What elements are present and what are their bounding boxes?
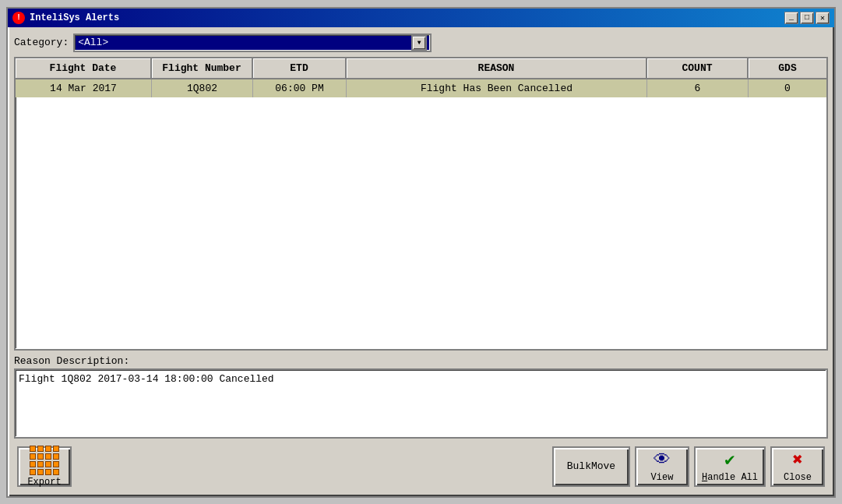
col-flight-date: Flight Date bbox=[16, 58, 152, 78]
col-gds: GDS bbox=[749, 58, 826, 78]
category-value: <All> bbox=[78, 37, 411, 48]
col-flight-number: Flight Number bbox=[152, 58, 253, 78]
view-label: View bbox=[651, 472, 674, 483]
maximize-button[interactable]: □ bbox=[800, 12, 814, 24]
window-title: InteliSys Alerts bbox=[30, 12, 119, 23]
category-label: Category: bbox=[14, 37, 69, 48]
reason-section: Reason Description: Flight 1Q802 2017-03… bbox=[14, 355, 828, 439]
bottom-bar: Export BulkMove 👁 View ✔ Handle All ✖ Cl… bbox=[14, 443, 828, 490]
table-body: 14 Mar 2017 1Q802 06:00 PM Flight Has Be… bbox=[16, 79, 826, 349]
title-bar: ! InteliSys Alerts _ □ ✕ bbox=[8, 9, 834, 27]
close-window-button[interactable]: ✕ bbox=[816, 12, 830, 24]
dropdown-arrow-icon: ▼ bbox=[417, 39, 421, 46]
col-etd: ETD bbox=[253, 58, 347, 78]
handle-all-button[interactable]: ✔ Handle All bbox=[694, 446, 766, 487]
cell-etd: 06:00 PM bbox=[253, 79, 347, 97]
category-dropdown-btn[interactable]: ▼ bbox=[411, 35, 427, 51]
bulk-move-label: BulkMove bbox=[567, 460, 615, 472]
window-body: Category: <All> ▼ Flight Date Flight Num… bbox=[8, 27, 834, 496]
cell-flight-date: 14 Mar 2017 bbox=[16, 79, 152, 97]
close-button[interactable]: ✖ Close bbox=[770, 446, 825, 487]
col-count: COUNT bbox=[647, 58, 749, 78]
title-bar-controls: _ □ ✕ bbox=[784, 12, 830, 24]
reason-text: Flight 1Q802 2017-03-14 18:00:00 Cancell… bbox=[19, 373, 274, 385]
cell-flight-number: 1Q802 bbox=[152, 79, 253, 97]
cell-gds: 0 bbox=[749, 79, 826, 97]
category-select[interactable]: <All> ▼ bbox=[73, 33, 432, 52]
handle-all-underline: H bbox=[702, 472, 707, 483]
data-table: Flight Date Flight Number ETD REASON COU… bbox=[14, 57, 828, 351]
minimize-button[interactable]: _ bbox=[784, 12, 798, 24]
handle-all-label: Handle All bbox=[702, 472, 758, 483]
bottom-right: BulkMove 👁 View ✔ Handle All ✖ Close bbox=[552, 446, 825, 487]
cell-reason: Flight Has Been Cancelled bbox=[347, 79, 647, 97]
eye-icon: 👁 bbox=[654, 449, 671, 471]
bottom-left: Export bbox=[17, 446, 72, 487]
check-icon: ✔ bbox=[724, 449, 735, 471]
main-window: ! InteliSys Alerts _ □ ✕ Category: <All>… bbox=[6, 7, 836, 498]
close-label: Close bbox=[784, 472, 812, 483]
title-bar-left: ! InteliSys Alerts bbox=[12, 12, 119, 24]
bulk-move-button[interactable]: BulkMove bbox=[552, 446, 630, 487]
alert-icon: ! bbox=[12, 12, 25, 24]
table-row[interactable]: 14 Mar 2017 1Q802 06:00 PM Flight Has Be… bbox=[16, 79, 826, 97]
category-row: Category: <All> ▼ bbox=[14, 33, 828, 52]
cell-count: 6 bbox=[647, 79, 749, 97]
reason-box: Flight 1Q802 2017-03-14 18:00:00 Cancell… bbox=[14, 368, 828, 439]
export-button[interactable]: Export bbox=[17, 446, 72, 487]
export-grid-icon bbox=[30, 446, 59, 475]
x-icon: ✖ bbox=[792, 449, 802, 471]
table-header: Flight Date Flight Number ETD REASON COU… bbox=[16, 58, 826, 79]
view-button[interactable]: 👁 View bbox=[635, 446, 689, 487]
reason-label: Reason Description: bbox=[14, 355, 828, 367]
col-reason: REASON bbox=[347, 58, 647, 78]
export-label: Export bbox=[27, 477, 61, 488]
